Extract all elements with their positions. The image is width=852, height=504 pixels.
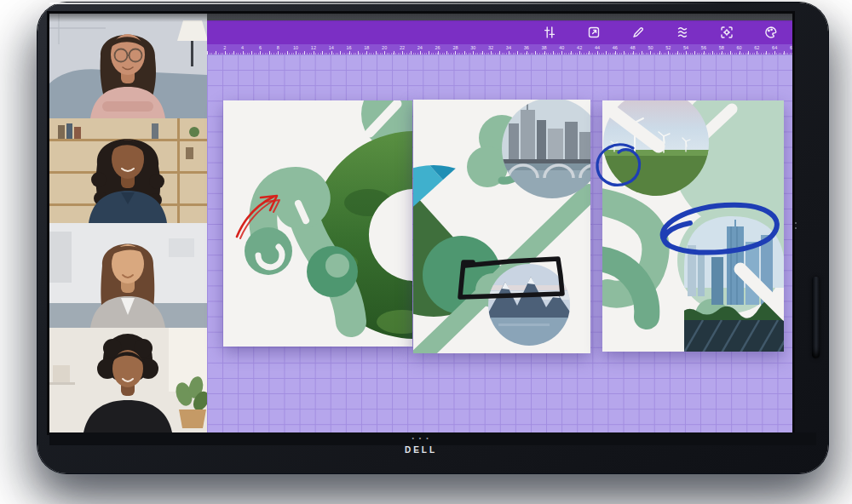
transform-icon	[719, 25, 734, 40]
ruler-number: 28	[452, 45, 458, 50]
ruler-number: 60	[736, 45, 741, 50]
ruler-number: 52	[665, 45, 671, 50]
ruler-number: 56	[701, 45, 706, 50]
transform-button[interactable]	[719, 25, 734, 40]
video-participant-3[interactable]	[49, 223, 207, 328]
ruler-number: 64	[772, 45, 777, 50]
ruler-number: 14	[329, 45, 334, 50]
video-participant-4[interactable]	[49, 328, 207, 432]
ruler-number: 30	[470, 45, 475, 50]
export-icon	[586, 25, 602, 40]
poster-windfarm-city[interactable]	[602, 100, 784, 352]
ruler-number: 10	[293, 45, 298, 50]
pen-button[interactable]	[630, 25, 646, 40]
video-call-strip	[49, 14, 207, 432]
ruler-number: 42	[577, 45, 582, 50]
ruler-number: 22	[400, 45, 405, 50]
dell-logo: DELL	[366, 445, 475, 455]
poster-forest-ring[interactable]	[223, 100, 412, 346]
ruler-number: 40	[559, 45, 564, 50]
ruler-number: 12	[311, 45, 316, 50]
ruler-number: 62	[754, 45, 759, 50]
ruler-number: 6	[259, 45, 262, 50]
stylus-pen[interactable]	[812, 277, 820, 358]
bezel-chin	[49, 432, 816, 445]
page: 2468101214161820222426283032343638404244…	[0, 0, 852, 504]
poster-beach-city-mountain[interactable]	[413, 100, 590, 353]
osd-menu-dots[interactable]: • • •	[409, 434, 433, 443]
ruler-number: 48	[630, 45, 636, 50]
palette-icon	[763, 25, 779, 40]
screen: 2468101214161820222426283032343638404244…	[49, 14, 792, 432]
palette-button[interactable]	[763, 25, 779, 40]
sliders-icon	[542, 25, 557, 40]
export-button[interactable]	[586, 25, 602, 40]
ruler-number: 4	[241, 45, 244, 50]
ruler-number: 54	[683, 45, 688, 50]
ruler-number: 2	[223, 45, 226, 50]
video-participant-1[interactable]	[49, 14, 207, 118]
ruler-number: 20	[382, 45, 387, 50]
pen-icon	[630, 25, 646, 40]
ruler-number: 24	[417, 45, 423, 50]
sliders-button[interactable]	[542, 25, 557, 40]
ruler-number: 26	[435, 45, 440, 50]
ruler-number: 16	[346, 45, 351, 50]
ruler-number: 8	[277, 45, 279, 50]
ruler-number: 34	[506, 45, 511, 50]
ruler-number: 50	[648, 45, 653, 50]
whiteboard-toolbar	[207, 20, 792, 44]
plant-icon	[189, 127, 199, 137]
ruler-number: 18	[364, 45, 369, 50]
ruler-number: 36	[524, 45, 529, 50]
ruler-number: 46	[613, 45, 618, 50]
ruler-number: 58	[719, 45, 724, 50]
layers-icon	[675, 25, 690, 40]
ruler-number: 44	[595, 45, 600, 50]
app-top-strip	[207, 14, 792, 20]
whiteboard-canvas[interactable]: 2468101214161820222426283032343638404244…	[207, 14, 792, 432]
ruler-number: 38	[541, 45, 546, 50]
video-participant-2[interactable]	[49, 118, 207, 223]
ruler-number: 66	[790, 45, 792, 50]
monitor-frame: 2468101214161820222426283032343638404244…	[37, 3, 828, 473]
ruler: 2468101214161820222426283032343638404244…	[207, 44, 792, 54]
bezel-side-dots	[795, 222, 797, 231]
layers-button[interactable]	[675, 25, 690, 40]
ruler-number: 32	[488, 45, 493, 50]
